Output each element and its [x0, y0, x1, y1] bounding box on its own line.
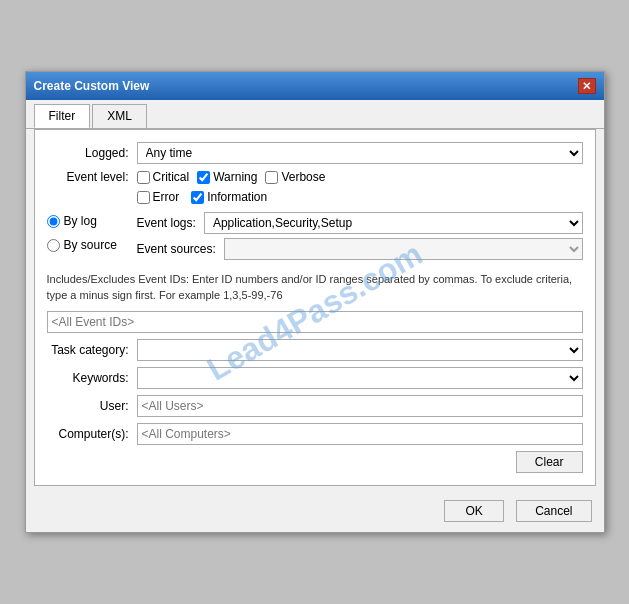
- tab-filter[interactable]: Filter: [34, 104, 91, 128]
- critical-label: Critical: [153, 170, 190, 184]
- event-sources-dropdown-wrap: [224, 238, 583, 260]
- dialog-footer: OK Cancel: [26, 494, 604, 532]
- computers-input[interactable]: [137, 423, 583, 445]
- event-id-description: Includes/Excludes Event IDs: Enter ID nu…: [47, 272, 583, 303]
- ok-button[interactable]: OK: [444, 500, 504, 522]
- event-logs-label: Event logs:: [137, 216, 196, 230]
- task-category-control: [137, 339, 583, 361]
- information-checkbox-item: Information: [191, 190, 267, 204]
- radio-content: Event logs: Application,Security,Setup E…: [137, 212, 583, 264]
- event-ids-row: [47, 311, 583, 333]
- event-level-row2: Error Information: [137, 190, 583, 204]
- dialog-title: Create Custom View: [34, 79, 150, 93]
- task-category-label: Task category:: [47, 343, 137, 357]
- event-logs-select[interactable]: Application,Security,Setup: [204, 212, 583, 234]
- user-input[interactable]: [137, 395, 583, 417]
- critical-checkbox-item: Critical: [137, 170, 190, 184]
- cancel-button[interactable]: Cancel: [516, 500, 591, 522]
- event-level-row1: Event level: Critical Warning Verbose: [47, 170, 583, 184]
- logged-select[interactable]: Any time: [137, 142, 583, 164]
- computers-row: Computer(s):: [47, 423, 583, 445]
- keywords-row: Keywords:: [47, 367, 583, 389]
- event-sources-row: Event sources:: [137, 238, 583, 260]
- critical-checkbox[interactable]: [137, 171, 150, 184]
- by-log-label: By log: [64, 214, 97, 228]
- tab-bar: Filter XML: [26, 100, 604, 129]
- event-sources-label: Event sources:: [137, 242, 216, 256]
- computers-control: [137, 423, 583, 445]
- dialog-body: Logged: Any time Event level: Critical W…: [34, 129, 596, 486]
- event-level-label: Event level:: [47, 170, 137, 184]
- logged-label: Logged:: [47, 146, 137, 160]
- verbose-checkbox[interactable]: [265, 171, 278, 184]
- keywords-label: Keywords:: [47, 371, 137, 385]
- logged-row: Logged: Any time: [47, 142, 583, 164]
- radio-group: By log By source Event logs: Application…: [47, 212, 583, 264]
- warning-label: Warning: [213, 170, 257, 184]
- verbose-label: Verbose: [281, 170, 325, 184]
- event-ids-input[interactable]: [47, 311, 583, 333]
- by-log-radio-item: By log: [47, 214, 137, 228]
- close-button[interactable]: ✕: [578, 78, 596, 94]
- event-logs-dropdown-wrap: Application,Security,Setup: [204, 212, 583, 234]
- clear-row: Clear: [47, 451, 583, 473]
- error-label: Error: [153, 190, 180, 204]
- logged-control: Any time: [137, 142, 583, 164]
- computers-label: Computer(s):: [47, 427, 137, 441]
- task-category-select[interactable]: [137, 339, 583, 361]
- keywords-control: [137, 367, 583, 389]
- tab-xml[interactable]: XML: [92, 104, 147, 128]
- error-checkbox-item: Error: [137, 190, 180, 204]
- create-custom-view-dialog: Create Custom View ✕ Filter XML Logged: …: [25, 71, 605, 533]
- verbose-checkbox-item: Verbose: [265, 170, 325, 184]
- clear-button[interactable]: Clear: [516, 451, 583, 473]
- information-checkbox[interactable]: [191, 191, 204, 204]
- by-source-radio-item: By source: [47, 238, 137, 252]
- radio-col: By log By source: [47, 212, 137, 264]
- by-log-radio[interactable]: [47, 215, 60, 228]
- user-control: [137, 395, 583, 417]
- user-label: User:: [47, 399, 137, 413]
- dialog-inner: Logged: Any time Event level: Critical W…: [26, 129, 604, 494]
- user-row: User:: [47, 395, 583, 417]
- keywords-select[interactable]: [137, 367, 583, 389]
- task-category-row: Task category:: [47, 339, 583, 361]
- warning-checkbox-item: Warning: [197, 170, 257, 184]
- by-source-radio[interactable]: [47, 239, 60, 252]
- information-label: Information: [207, 190, 267, 204]
- warning-checkbox[interactable]: [197, 171, 210, 184]
- event-sources-select[interactable]: [224, 238, 583, 260]
- by-source-label: By source: [64, 238, 117, 252]
- event-logs-row: Event logs: Application,Security,Setup: [137, 212, 583, 234]
- title-bar: Create Custom View ✕: [26, 72, 604, 100]
- error-checkbox[interactable]: [137, 191, 150, 204]
